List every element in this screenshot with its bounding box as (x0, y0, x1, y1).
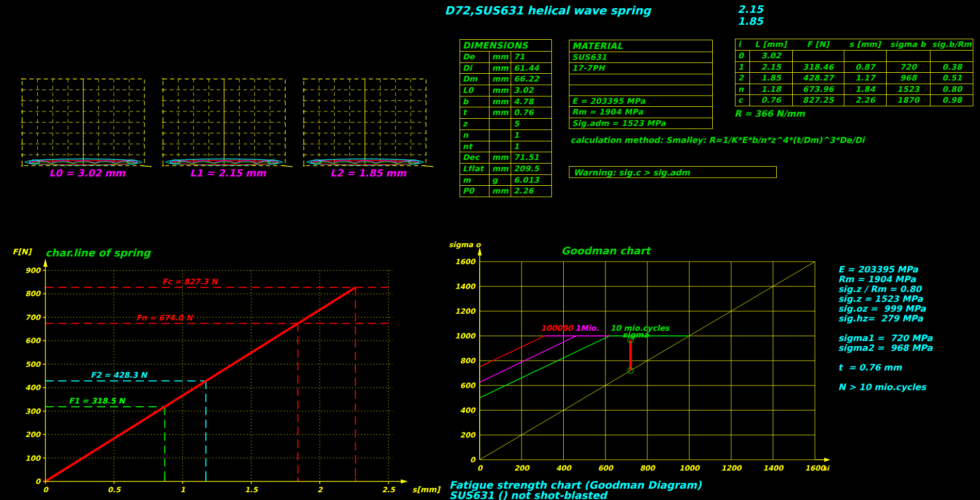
panel-edge-mark (162, 154, 164, 156)
results-cell: 1.18 (749, 84, 792, 95)
results-cell: 3.02 (749, 51, 792, 61)
dim-value: 71.51 (511, 152, 551, 163)
panel-edge-mark (21, 100, 23, 102)
dim-unit: g (489, 175, 511, 186)
dim-unit (489, 141, 511, 152)
spring-view-panel-2 (303, 78, 433, 167)
calc-method-text: calculation method: Smalley: R=1/K*E*b/n… (570, 135, 864, 145)
dim-value: 1 (511, 141, 551, 152)
results-header-cell: L [mm] (749, 39, 792, 50)
material-row: SUS631 (569, 52, 712, 62)
dim-value: 61.44 (511, 63, 551, 74)
dim-name: z (460, 119, 489, 130)
y-tick-label: 100 (25, 454, 41, 462)
dimensions-row: Dmmm66.22 (460, 73, 551, 85)
x-tick-label: 600 (598, 464, 613, 472)
results-row: 21.85428.271.179680.51 (736, 72, 973, 84)
results-cell: 0.51 (930, 73, 974, 84)
results-cell: 968 (886, 73, 930, 84)
dimensions-header-row: DIMENSIONS (460, 40, 551, 51)
goodman-chart: 0200400600800100012001400160002004006008… (441, 235, 854, 493)
results-cell: 673.96 (792, 84, 844, 95)
x-tick-label: 0 (43, 486, 48, 494)
results-header-cell: s [mm] (844, 39, 886, 50)
spring-wave-green (313, 162, 418, 164)
panel-edge-mark (21, 165, 23, 167)
material-value: Rm = 1904 MPa (569, 107, 712, 117)
y-tick-label: 800 (460, 357, 476, 365)
y-tick-label: 600 (25, 336, 41, 345)
marker-label: Fn = 674.0 N (136, 313, 193, 322)
x-tick-label: 400 (556, 464, 571, 472)
dim-unit: mm (489, 186, 511, 197)
panel-edge-mark (162, 133, 164, 134)
goodman-note-line: sig.z / Rm = 0.80 (838, 284, 933, 294)
dimensions-row: mg6.013 (460, 174, 551, 186)
dimensions-row: tmm0.76 (460, 107, 551, 118)
material-value: 17-7PH (569, 63, 712, 73)
goodman-note-line: t = 0.76 mm (838, 363, 933, 373)
dim-unit: mm (489, 107, 511, 118)
x-tick-label: 2.5 (382, 486, 396, 494)
results-table: iL [mm]F [N]s [mm]sigma bsig.b/Rm03.0212… (735, 39, 973, 106)
dim-name: Di (460, 63, 489, 74)
spring-view-label-L2: L2 = 1.85 mm (330, 167, 406, 179)
y-tick-label: 200 (460, 431, 476, 439)
goodman-note-line: sig.oz = 999 MPa (838, 304, 933, 314)
spring-calculation-screen: D72,SUS631 helical wave spring 2.15 1.85… (0, 0, 980, 500)
page-title: D72,SUS631 helical wave spring (445, 4, 651, 17)
chart-title: Goodman chart (561, 245, 651, 257)
spring-wave-green (172, 162, 277, 164)
dim-name: b (460, 96, 489, 107)
goodman-note-line (838, 324, 933, 333)
dim-name: Dm (460, 74, 489, 85)
results-cell: 0.87 (844, 62, 886, 73)
panel-edge-mark (303, 154, 305, 156)
characteristic-line-chart: Fc = 827.3 NFn = 674.0 NF2 = 428.3 NF1 =… (5, 235, 441, 500)
x-tick-label: 2 (317, 486, 323, 494)
material-row (569, 74, 712, 85)
dimensions-row: Dimm61.44 (460, 62, 551, 74)
y-tick-label: 500 (25, 360, 41, 368)
dimensions-row: Demm71 (460, 51, 551, 62)
y-tick-label: 400 (25, 383, 41, 392)
goodman-note-line: sig.hz= 279 MPa (838, 314, 933, 324)
spring-view-label-L1: L1 = 2.15 mm (190, 167, 266, 179)
warning-box: Warning: sig.c > sig.adm (569, 166, 777, 178)
header-value-bottom: 1.85 (738, 15, 763, 27)
dim-name: t (460, 107, 489, 118)
panel-edge-mark (21, 122, 23, 123)
y-tick-label: 300 (25, 407, 41, 415)
dim-name: L0 (460, 85, 489, 96)
dim-value: 1 (511, 130, 551, 141)
results-cell: 0.80 (930, 84, 974, 95)
material-value (569, 85, 712, 95)
panel-edge-mark (162, 78, 164, 80)
goodman-note-line: Rm = 1904 MPa (838, 275, 933, 284)
dim-unit: mm (489, 152, 511, 163)
panel-edge-mark (162, 100, 164, 102)
x-axis-arrow (824, 458, 830, 462)
y-tick-label: 900 (25, 266, 41, 275)
y-tick-label: 1200 (455, 307, 476, 315)
panel-edge-mark (162, 165, 164, 167)
results-cell (930, 51, 974, 61)
material-row (569, 85, 712, 95)
x-tick-label: 1000 (679, 464, 700, 472)
y-tick-label: 400 (460, 406, 476, 414)
panel-edge-mark (162, 111, 164, 112)
results-cell (844, 51, 886, 61)
x-axis-arrow (401, 479, 408, 483)
goodman-note-line: sig.z = 1523 MPa (838, 294, 933, 304)
material-table: MATERIALSUS63117-7PHE = 203395 MPaRm = 1… (569, 40, 713, 129)
results-cell: 1.85 (749, 73, 792, 84)
panel-edge-mark (21, 133, 23, 134)
goodman-note-line: sigma1 = 720 MPa (838, 333, 933, 343)
results-cell (886, 51, 930, 61)
results-cell: 1.17 (844, 73, 886, 84)
y-tick-label: 1600 (455, 257, 476, 266)
results-cell: 1870 (886, 95, 930, 106)
panel-edge-mark (303, 78, 305, 80)
dimensions-row: L0mm3.02 (460, 85, 551, 96)
y-tick-label: 0 (35, 477, 41, 486)
